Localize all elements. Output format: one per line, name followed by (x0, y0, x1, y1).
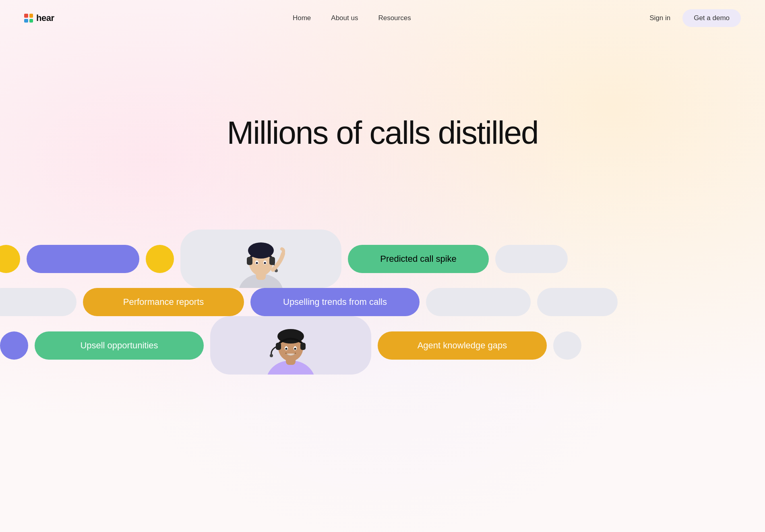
svg-point-21 (294, 348, 296, 350)
person-headset-svg-2 (250, 316, 331, 375)
person-image-pill-1 (180, 230, 341, 288)
upselling-trends-pill: Upselling trends from calls (250, 288, 420, 316)
logo[interactable]: hear (24, 13, 54, 23)
nav-about[interactable]: About us (331, 14, 358, 22)
nav-resources[interactable]: Resources (378, 14, 411, 22)
gray-filler-2 (0, 288, 76, 316)
gray-filler-3 (426, 288, 531, 316)
svg-point-9 (256, 262, 258, 264)
nav-links: Home About us Resources (293, 14, 411, 22)
orange-circle-pill (146, 245, 174, 273)
hero-title: Millions of calls distilled (227, 114, 538, 151)
pills-row-1-wrapper: Predicted call spike (0, 230, 765, 288)
logo-text: hear (36, 13, 54, 23)
get-demo-button[interactable]: Get a demo (682, 9, 741, 27)
svg-point-17 (270, 354, 273, 357)
purple-wide-pill (27, 245, 139, 273)
upsell-opportunities-pill: Upsell opportunities (35, 331, 204, 360)
svg-point-10 (264, 262, 266, 264)
agent-knowledge-gaps-pill: Agent knowledge gaps (378, 331, 547, 360)
predicted-call-spike-pill: Predicted call spike (348, 245, 489, 273)
pills-row-2-wrapper: Performance reports Upselling trends fro… (0, 288, 765, 316)
svg-rect-16 (300, 343, 306, 350)
gray-circle-right (553, 331, 581, 360)
pills-section: Predicted call spike Performance reports… (0, 230, 765, 375)
svg-rect-15 (276, 343, 281, 350)
logo-icon (24, 14, 33, 23)
yellow-circle-pill (0, 245, 20, 273)
gray-filler-4 (537, 288, 618, 316)
navbar: hear Home About us Resources Sign in Get… (0, 0, 765, 36)
performance-reports-pill: Performance reports (83, 288, 244, 316)
indigo-circle-pill (0, 331, 28, 360)
svg-rect-4 (247, 257, 252, 265)
pills-row-3-wrapper: Upsell opportunities (0, 316, 765, 375)
person-headset-svg-1 (221, 230, 301, 288)
hero-section: Millions of calls distilled (0, 36, 765, 230)
svg-point-20 (285, 348, 287, 350)
sign-in-button[interactable]: Sign in (649, 14, 670, 22)
nav-home[interactable]: Home (293, 14, 311, 22)
filler-gray-1 (495, 245, 568, 273)
nav-actions: Sign in Get a demo (649, 9, 741, 27)
person-image-pill-2 (210, 316, 371, 375)
